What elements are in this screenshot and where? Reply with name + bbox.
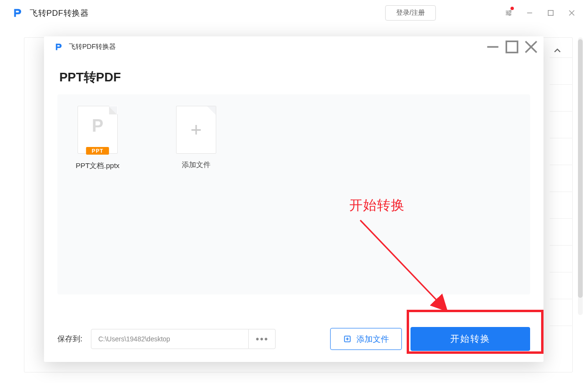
svg-point-5 <box>509 14 510 15</box>
dialog-heading: PPT转PDF <box>59 69 530 86</box>
svg-rect-7 <box>548 11 554 16</box>
add-file-thumb[interactable]: + <box>176 106 216 154</box>
dialog-titlebar: 飞转PDF转换器 <box>44 36 544 57</box>
add-file-button[interactable]: 添加文件 <box>330 328 402 350</box>
file-type-letter: P <box>78 116 117 136</box>
svg-point-4 <box>507 12 508 14</box>
close-button[interactable] <box>561 2 582 23</box>
add-file-card-label: 添加文件 <box>172 160 220 169</box>
svg-point-3 <box>510 11 511 12</box>
dialog-title: 飞转PDF转换器 <box>69 43 116 51</box>
minimize-button[interactable] <box>519 2 540 23</box>
scrollbar-track[interactable] <box>578 37 583 315</box>
app-logo-icon <box>11 7 23 19</box>
dialog-logo-icon <box>53 41 64 53</box>
file-name: PPT文档.pptx <box>69 161 126 170</box>
start-convert-button[interactable]: 开始转换 <box>410 327 530 351</box>
notification-dot-icon <box>510 7 514 10</box>
dialog-close-button[interactable] <box>521 37 541 56</box>
maximize-button[interactable] <box>540 2 561 23</box>
svg-rect-11 <box>506 41 517 52</box>
file-drop-area: P PPT PPT文档.pptx + 添加文件 <box>57 94 530 294</box>
file-item[interactable]: P PPT PPT文档.pptx <box>69 106 126 283</box>
app-title: 飞转PDF转换器 <box>30 8 89 19</box>
background-list <box>550 57 573 352</box>
save-to-label: 保存到: <box>57 334 82 344</box>
plus-icon: + <box>190 120 201 139</box>
add-file-card[interactable]: + 添加文件 <box>172 106 220 283</box>
scrollbar-thumb[interactable] <box>578 39 583 298</box>
convert-dialog: 飞转PDF转换器 PPT转PDF P PPT PPT文档.pptx <box>44 36 544 362</box>
browse-path-button[interactable]: ••• <box>249 329 276 349</box>
login-register-button[interactable]: 登录/注册 <box>385 5 436 21</box>
dialog-footer: 保存到: ••• 添加文件 开始转换 <box>44 316 544 362</box>
settings-icon[interactable] <box>498 2 519 23</box>
add-file-button-label: 添加文件 <box>356 334 389 345</box>
collapse-toggle[interactable] <box>553 46 562 56</box>
main-titlebar: 飞转PDF转换器 登录/注册 <box>0 0 588 26</box>
file-badge: PPT <box>86 147 109 155</box>
dialog-minimize-button[interactable] <box>483 37 502 56</box>
save-path-input[interactable] <box>91 329 249 349</box>
dialog-maximize-button[interactable] <box>502 37 521 56</box>
